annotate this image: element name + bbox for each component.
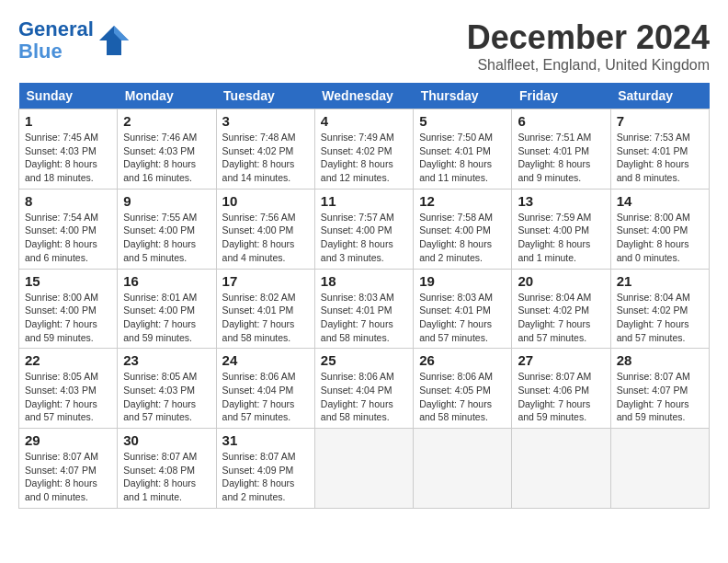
calendar-cell: 17Sunrise: 8:02 AMSunset: 4:01 PMDayligh… — [216, 269, 314, 349]
day-number: 10 — [222, 193, 309, 209]
day-info: Sunrise: 7:55 AMSunset: 4:00 PMDaylight:… — [123, 211, 210, 265]
day-info: Sunrise: 7:59 AMSunset: 4:00 PMDaylight:… — [518, 211, 604, 265]
day-number: 31 — [222, 432, 309, 448]
day-info: Sunrise: 7:50 AMSunset: 4:01 PMDaylight:… — [419, 131, 506, 185]
calendar-cell: 30Sunrise: 8:07 AMSunset: 4:08 PMDayligh… — [118, 429, 216, 509]
day-number: 23 — [123, 352, 210, 368]
calendar-cell: 6Sunrise: 7:51 AMSunset: 4:01 PMDaylight… — [512, 109, 610, 190]
calendar-cell: 13Sunrise: 7:59 AMSunset: 4:00 PMDayligh… — [512, 189, 610, 269]
day-number: 16 — [123, 273, 210, 289]
day-info: Sunrise: 7:45 AMSunset: 4:03 PMDaylight:… — [25, 131, 111, 185]
day-number: 29 — [25, 432, 111, 448]
day-info: Sunrise: 8:06 AMSunset: 4:04 PMDaylight:… — [321, 370, 407, 424]
calendar-cell: 19Sunrise: 8:03 AMSunset: 4:01 PMDayligh… — [414, 269, 512, 349]
day-number: 15 — [25, 273, 111, 289]
calendar-cell: 21Sunrise: 8:04 AMSunset: 4:02 PMDayligh… — [610, 269, 709, 349]
calendar-week-4: 22Sunrise: 8:05 AMSunset: 4:03 PMDayligh… — [19, 349, 710, 429]
calendar-cell: 14Sunrise: 8:00 AMSunset: 4:00 PMDayligh… — [610, 189, 709, 269]
day-number: 27 — [518, 352, 604, 368]
calendar-cell — [414, 429, 512, 509]
day-number: 26 — [419, 352, 506, 368]
day-number: 14 — [617, 193, 703, 209]
calendar-table: Sunday Monday Tuesday Wednesday Thursday… — [18, 83, 710, 509]
title-area: December 2024 Shalfleet, England, United… — [467, 18, 710, 74]
day-info: Sunrise: 8:05 AMSunset: 4:03 PMDaylight:… — [123, 370, 210, 424]
day-number: 6 — [518, 113, 604, 129]
day-info: Sunrise: 8:07 AMSunset: 4:08 PMDaylight:… — [123, 450, 210, 504]
day-number: 2 — [123, 113, 210, 129]
day-number: 4 — [321, 113, 407, 129]
day-info: Sunrise: 8:01 AMSunset: 4:00 PMDaylight:… — [123, 291, 210, 345]
day-number: 18 — [321, 273, 407, 289]
col-friday: Friday — [512, 83, 610, 109]
calendar-cell: 28Sunrise: 8:07 AMSunset: 4:07 PMDayligh… — [610, 349, 709, 429]
day-number: 22 — [25, 352, 111, 368]
calendar-cell — [512, 429, 610, 509]
calendar-cell: 12Sunrise: 7:58 AMSunset: 4:00 PMDayligh… — [414, 189, 512, 269]
day-info: Sunrise: 7:46 AMSunset: 4:03 PMDaylight:… — [123, 131, 210, 185]
day-info: Sunrise: 8:06 AMSunset: 4:05 PMDaylight:… — [419, 370, 506, 424]
calendar-cell: 4Sunrise: 7:49 AMSunset: 4:02 PMDaylight… — [314, 109, 413, 190]
location-subtitle: Shalfleet, England, United Kingdom — [467, 57, 710, 74]
day-number: 25 — [321, 352, 407, 368]
calendar-cell: 18Sunrise: 8:03 AMSunset: 4:01 PMDayligh… — [314, 269, 413, 349]
day-number: 20 — [518, 273, 604, 289]
day-number: 24 — [222, 352, 309, 368]
calendar-cell: 3Sunrise: 7:48 AMSunset: 4:02 PMDaylight… — [216, 109, 314, 190]
day-info: Sunrise: 8:00 AMSunset: 4:00 PMDaylight:… — [25, 291, 111, 345]
calendar-cell: 31Sunrise: 8:07 AMSunset: 4:09 PMDayligh… — [216, 429, 314, 509]
calendar-cell: 29Sunrise: 8:07 AMSunset: 4:07 PMDayligh… — [19, 429, 118, 509]
day-info: Sunrise: 8:07 AMSunset: 4:07 PMDaylight:… — [25, 450, 111, 504]
day-number: 8 — [25, 193, 111, 209]
day-number: 21 — [617, 273, 703, 289]
calendar-cell: 16Sunrise: 8:01 AMSunset: 4:00 PMDayligh… — [118, 269, 216, 349]
col-wednesday: Wednesday — [314, 83, 413, 109]
day-info: Sunrise: 7:57 AMSunset: 4:00 PMDaylight:… — [321, 211, 407, 265]
day-number: 13 — [518, 193, 604, 209]
day-info: Sunrise: 7:58 AMSunset: 4:00 PMDaylight:… — [419, 211, 506, 265]
page-header: GeneralBlue December 2024 Shalfleet, Eng… — [18, 18, 710, 74]
calendar-week-1: 1Sunrise: 7:45 AMSunset: 4:03 PMDaylight… — [19, 109, 710, 190]
day-number: 7 — [617, 113, 703, 129]
day-info: Sunrise: 7:56 AMSunset: 4:00 PMDaylight:… — [222, 211, 309, 265]
day-info: Sunrise: 8:07 AMSunset: 4:07 PMDaylight:… — [617, 370, 703, 424]
day-number: 19 — [419, 273, 506, 289]
logo-text: GeneralBlue — [18, 18, 94, 63]
day-info: Sunrise: 7:51 AMSunset: 4:01 PMDaylight:… — [518, 131, 604, 185]
day-number: 1 — [25, 113, 111, 129]
calendar-cell: 8Sunrise: 7:54 AMSunset: 4:00 PMDaylight… — [19, 189, 118, 269]
calendar-cell — [610, 429, 709, 509]
col-saturday: Saturday — [610, 83, 709, 109]
calendar-cell: 2Sunrise: 7:46 AMSunset: 4:03 PMDaylight… — [118, 109, 216, 190]
day-info: Sunrise: 8:05 AMSunset: 4:03 PMDaylight:… — [25, 370, 111, 424]
calendar-cell: 10Sunrise: 7:56 AMSunset: 4:00 PMDayligh… — [216, 189, 314, 269]
calendar-week-3: 15Sunrise: 8:00 AMSunset: 4:00 PMDayligh… — [19, 269, 710, 349]
calendar-cell: 20Sunrise: 8:04 AMSunset: 4:02 PMDayligh… — [512, 269, 610, 349]
day-info: Sunrise: 8:00 AMSunset: 4:00 PMDaylight:… — [617, 211, 703, 265]
logo: GeneralBlue — [18, 18, 131, 63]
calendar-week-5: 29Sunrise: 8:07 AMSunset: 4:07 PMDayligh… — [19, 429, 710, 509]
day-info: Sunrise: 8:02 AMSunset: 4:01 PMDaylight:… — [222, 291, 309, 345]
calendar-cell: 5Sunrise: 7:50 AMSunset: 4:01 PMDaylight… — [414, 109, 512, 190]
calendar-cell: 7Sunrise: 7:53 AMSunset: 4:01 PMDaylight… — [610, 109, 709, 190]
day-number: 17 — [222, 273, 309, 289]
calendar-cell: 22Sunrise: 8:05 AMSunset: 4:03 PMDayligh… — [19, 349, 118, 429]
day-info: Sunrise: 7:48 AMSunset: 4:02 PMDaylight:… — [222, 131, 309, 185]
calendar-cell: 27Sunrise: 8:07 AMSunset: 4:06 PMDayligh… — [512, 349, 610, 429]
day-number: 5 — [419, 113, 506, 129]
col-thursday: Thursday — [414, 83, 512, 109]
day-info: Sunrise: 8:04 AMSunset: 4:02 PMDaylight:… — [518, 291, 604, 345]
calendar-cell: 25Sunrise: 8:06 AMSunset: 4:04 PMDayligh… — [314, 349, 413, 429]
calendar-cell: 24Sunrise: 8:06 AMSunset: 4:04 PMDayligh… — [216, 349, 314, 429]
calendar-cell: 9Sunrise: 7:55 AMSunset: 4:00 PMDaylight… — [118, 189, 216, 269]
day-info: Sunrise: 7:53 AMSunset: 4:01 PMDaylight:… — [617, 131, 703, 185]
day-info: Sunrise: 8:03 AMSunset: 4:01 PMDaylight:… — [419, 291, 506, 345]
day-number: 3 — [222, 113, 309, 129]
day-number: 28 — [617, 352, 703, 368]
day-info: Sunrise: 8:07 AMSunset: 4:06 PMDaylight:… — [518, 370, 604, 424]
calendar-cell: 1Sunrise: 7:45 AMSunset: 4:03 PMDaylight… — [19, 109, 118, 190]
day-number: 30 — [123, 432, 210, 448]
calendar-cell: 11Sunrise: 7:57 AMSunset: 4:00 PMDayligh… — [314, 189, 413, 269]
day-number: 11 — [321, 193, 407, 209]
calendar-cell: 23Sunrise: 8:05 AMSunset: 4:03 PMDayligh… — [118, 349, 216, 429]
